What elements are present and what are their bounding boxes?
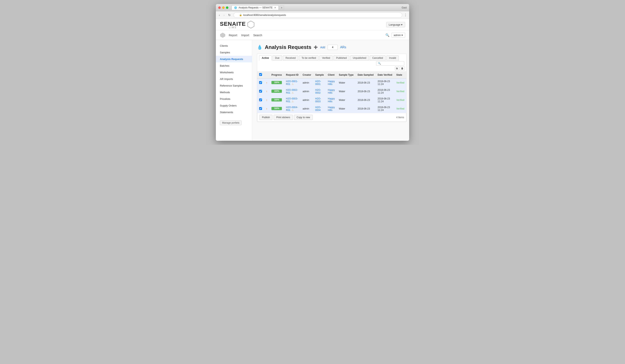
sidebar-item-statements[interactable]: Statements <box>216 109 252 116</box>
row-checkbox[interactable] <box>259 107 262 110</box>
sample-link[interactable]: H2O-0001 <box>315 80 321 86</box>
page-header: 💧 Analysis Requests ➕ Add ARs <box>257 44 406 50</box>
sidebar-item-worksheets[interactable]: Worksheets <box>216 69 252 76</box>
client-link[interactable]: Happy Hills <box>328 97 335 103</box>
more-options-icon[interactable]: ⋮ <box>404 13 407 17</box>
active-tab[interactable]: 🌐 Analysis Requests — SENAITE ✕ <box>232 5 279 10</box>
row-checkbox-cell <box>257 96 264 104</box>
select-all-checkbox[interactable] <box>259 73 262 76</box>
row-creator-cell: admin <box>301 104 313 113</box>
filter-tab-unpublished[interactable]: Unpublished <box>350 55 369 61</box>
logo-hexagon-icon <box>247 21 254 29</box>
sidebar-item-methods[interactable]: Methods <box>216 89 252 96</box>
search-button[interactable]: 🔍 <box>385 33 389 37</box>
row-state-cell: Verified <box>394 96 406 104</box>
sidebar-item-batches[interactable]: Batches <box>216 62 252 69</box>
ars-link[interactable]: ARs <box>340 46 346 49</box>
table-wrapper: ⧉ 🗑 Progress <box>257 66 406 122</box>
add-link[interactable]: Add <box>320 46 325 49</box>
reload-button[interactable]: ↻ <box>227 13 232 17</box>
filter-tab-due[interactable]: Due <box>272 55 282 61</box>
client-link[interactable]: Happy Hills <box>328 89 335 94</box>
tab-close-icon[interactable]: ✕ <box>274 6 276 9</box>
logo-area: SENAITE LIMS <box>220 21 254 29</box>
filter-search <box>376 61 404 66</box>
filter-tab-published[interactable]: Published <box>333 55 349 61</box>
row-sample-cell: H2O-0002 <box>313 87 326 96</box>
row-checkbox-cell <box>257 87 264 96</box>
admin-button[interactable]: admin ▾ <box>391 33 405 38</box>
state-header: State <box>394 71 406 78</box>
state-badge: Verified <box>396 81 404 84</box>
sample-link[interactable]: H2O-0003 <box>315 97 321 103</box>
row-date-verified-cell: 2018-06-23 11:24 <box>375 104 394 113</box>
filter-bar: Active Due Received To be verified Verif… <box>257 54 406 66</box>
row-progress-cell: 100% <box>269 87 284 96</box>
client-link[interactable]: Happy Hills <box>328 106 335 112</box>
sidebar-item-ar-imports[interactable]: AR Imports <box>216 76 252 82</box>
progress-bar: 100% <box>271 98 282 101</box>
row-checkbox[interactable] <box>259 98 262 101</box>
content-area: 💧 Analysis Requests ➕ Add ARs Active Due… <box>252 40 409 141</box>
manage-portlets-button[interactable]: Manage portlets <box>220 121 242 125</box>
warning-icon: ⚠ <box>292 100 294 103</box>
sidebar-item-pricelists[interactable]: Pricelists <box>216 96 252 102</box>
publish-button[interactable]: Publish <box>259 115 272 120</box>
select-all-header <box>257 71 264 78</box>
tab-bar: 🌐 Analysis Requests — SENAITE ✕ + <box>232 5 284 10</box>
filter-tab-to-be-verified[interactable]: To be verified <box>299 55 318 61</box>
row-client-cell: Happy Hills <box>326 78 337 87</box>
row-arrow-cell: ↑ <box>264 78 269 87</box>
forward-button[interactable]: › <box>222 13 225 17</box>
language-button[interactable]: Language ▾ <box>386 22 405 27</box>
filter-tab-invalid[interactable]: Invalid <box>386 55 399 61</box>
priority-arrow-icon: ↑ <box>266 90 267 93</box>
sidebar-item-samples[interactable]: Samples <box>216 49 252 56</box>
row-sample-type-cell: Water <box>337 104 356 113</box>
warning-icon: ⚠ <box>292 109 294 112</box>
row-request-id-cell: H2O-0004-R01 ⚠ <box>284 104 301 113</box>
back-button[interactable]: ‹ <box>218 13 221 17</box>
copy-icon-button[interactable]: ⧉ <box>395 66 399 70</box>
filter-tab-active[interactable]: Active <box>259 55 272 61</box>
brand-section: SENAITE LIMS Language ▾ <box>216 19 409 30</box>
main-layout: Clients Samples Analysis Requests Batche… <box>216 40 409 141</box>
sidebar-item-reference-samples[interactable]: Reference Samples <box>216 82 252 89</box>
table-row: ↑ 100% H2O-0003-R01 ⚠ admin H2O-0003 Hap… <box>257 96 406 104</box>
sidebar-item-analysis-requests[interactable]: Analysis Requests <box>216 56 252 62</box>
row-checkbox[interactable] <box>259 90 262 92</box>
filter-tab-received[interactable]: Received <box>283 55 298 61</box>
copy-to-new-button[interactable]: Copy to new <box>294 115 313 120</box>
row-client-cell: Happy Hills <box>326 87 337 96</box>
sidebar-item-clients[interactable]: Clients <box>216 42 252 49</box>
close-button[interactable] <box>218 6 221 9</box>
filter-tab-cancelled[interactable]: Cancelled <box>370 55 386 61</box>
state-badge: Verified <box>396 99 404 101</box>
row-sample-cell: H2O-0003 <box>313 96 326 104</box>
row-date-sampled-cell: 2018-06-23 <box>356 87 375 96</box>
minimize-button[interactable] <box>222 6 224 9</box>
row-arrow-cell: ↑ <box>264 87 269 96</box>
nav-report[interactable]: Report <box>229 34 237 37</box>
sample-link[interactable]: H2O-0002 <box>315 89 321 94</box>
nav-import[interactable]: Import <box>241 34 249 37</box>
row-arrow-cell: ↑ <box>264 104 269 113</box>
nav-search[interactable]: Search <box>253 34 262 37</box>
search-input[interactable] <box>376 61 404 66</box>
url-bar[interactable]: 🔒 localhost:8080/senaite/analysisrequest… <box>233 12 402 18</box>
sidebar-item-supply-orders[interactable]: Supply Orders <box>216 102 252 109</box>
new-tab-button[interactable]: + <box>280 5 284 10</box>
traffic-lights <box>218 6 228 9</box>
filter-tab-verified[interactable]: Verified <box>319 55 333 61</box>
sample-link[interactable]: H2O-0004 <box>315 106 321 112</box>
state-badge: Verified <box>396 90 404 93</box>
row-sample-cell: H2O-0001 <box>313 78 326 87</box>
print-stickers-button[interactable]: Print stickers <box>274 115 293 120</box>
row-progress-cell: 100% <box>269 78 284 87</box>
delete-icon-button[interactable]: 🗑 <box>400 66 405 70</box>
count-input[interactable] <box>328 45 338 50</box>
maximize-button[interactable] <box>226 6 228 9</box>
row-date-sampled-cell: 2018-06-23 <box>356 96 375 104</box>
row-checkbox[interactable] <box>259 81 262 84</box>
client-link[interactable]: Happy Hills <box>328 80 335 86</box>
